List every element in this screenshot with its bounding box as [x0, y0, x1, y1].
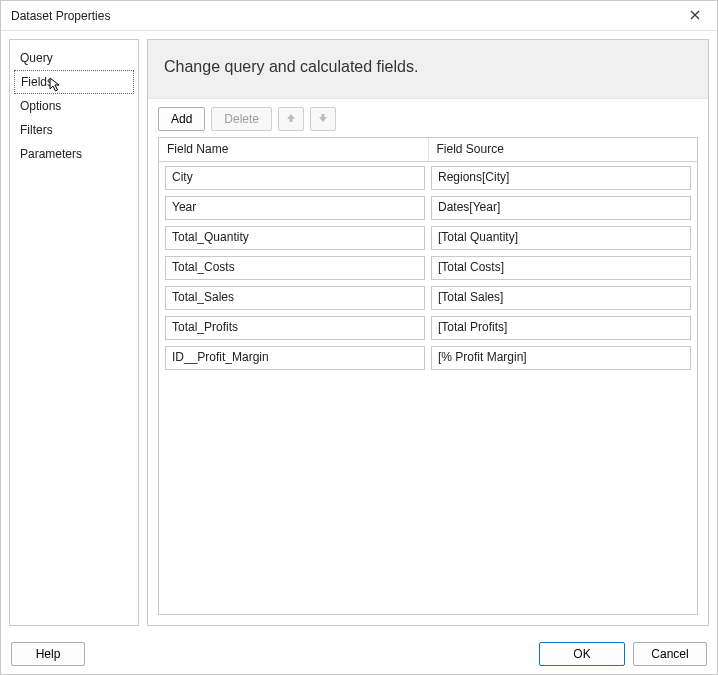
fields-grid: Field Name Field Source CityRegions[City… [158, 137, 698, 615]
panel-heading: Change query and calculated fields. [148, 40, 708, 99]
table-row[interactable]: CityRegions[City] [165, 166, 691, 190]
field-name-cell[interactable]: Total_Sales [165, 286, 425, 310]
cancel-button[interactable]: Cancel [633, 642, 707, 666]
grid-body: CityRegions[City]YearDates[Year]Total_Qu… [159, 162, 697, 614]
field-source-cell[interactable]: [Total Sales] [431, 286, 691, 310]
titlebar: Dataset Properties [1, 1, 717, 31]
footer-right: OK Cancel [539, 642, 707, 666]
sidebar-item-parameters[interactable]: Parameters [10, 142, 138, 166]
field-source-cell[interactable]: Dates[Year] [431, 196, 691, 220]
field-source-cell[interactable]: [Total Costs] [431, 256, 691, 280]
sidebar-item-label: Parameters [20, 147, 82, 161]
move-down-button[interactable] [310, 107, 336, 131]
field-source-cell[interactable]: [Total Profits] [431, 316, 691, 340]
main-panel: Change query and calculated fields. Add … [147, 39, 709, 626]
delete-button[interactable]: Delete [211, 107, 272, 131]
toolbar: Add Delete [148, 99, 708, 137]
sidebar-item-label: Options [20, 99, 61, 113]
ok-button[interactable]: OK [539, 642, 625, 666]
field-source-cell[interactable]: [Total Quantity] [431, 226, 691, 250]
close-button[interactable] [681, 5, 709, 27]
grid-header: Field Name Field Source [159, 138, 697, 162]
field-source-cell[interactable]: [% Profit Margin] [431, 346, 691, 370]
table-row[interactable]: ID__Profit_Margin[% Profit Margin] [165, 346, 691, 370]
field-name-cell[interactable]: Total_Profits [165, 316, 425, 340]
window-title: Dataset Properties [11, 9, 110, 23]
field-name-cell[interactable]: ID__Profit_Margin [165, 346, 425, 370]
table-row[interactable]: YearDates[Year] [165, 196, 691, 220]
table-row[interactable]: Total_Costs[Total Costs] [165, 256, 691, 280]
dialog-footer: Help OK Cancel [1, 634, 717, 674]
close-icon [690, 9, 700, 23]
arrow-up-icon [286, 112, 296, 126]
table-row[interactable]: Total_Quantity[Total Quantity] [165, 226, 691, 250]
field-source-cell[interactable]: Regions[City] [431, 166, 691, 190]
field-name-cell[interactable]: Total_Quantity [165, 226, 425, 250]
col-field-name[interactable]: Field Name [159, 138, 429, 161]
field-name-cell[interactable]: Year [165, 196, 425, 220]
table-row[interactable]: Total_Profits[Total Profits] [165, 316, 691, 340]
field-name-cell[interactable]: City [165, 166, 425, 190]
sidebar-item-label: Query [20, 51, 53, 65]
sidebar-item-query[interactable]: Query [10, 46, 138, 70]
table-row[interactable]: Total_Sales[Total Sales] [165, 286, 691, 310]
sidebar-item-filters[interactable]: Filters [10, 118, 138, 142]
sidebar-item-label: Fields [21, 75, 53, 89]
sidebar-item-fields[interactable]: Fields [14, 70, 134, 94]
help-button[interactable]: Help [11, 642, 85, 666]
sidebar-item-options[interactable]: Options [10, 94, 138, 118]
dialog-window: Dataset Properties Query Fields Options … [0, 0, 718, 675]
field-name-cell[interactable]: Total_Costs [165, 256, 425, 280]
add-button[interactable]: Add [158, 107, 205, 131]
dialog-body: Query Fields Options Filters Parameters … [1, 31, 717, 634]
move-up-button[interactable] [278, 107, 304, 131]
sidebar: Query Fields Options Filters Parameters [9, 39, 139, 626]
col-field-source[interactable]: Field Source [429, 138, 698, 161]
sidebar-item-label: Filters [20, 123, 53, 137]
arrow-down-icon [318, 112, 328, 126]
